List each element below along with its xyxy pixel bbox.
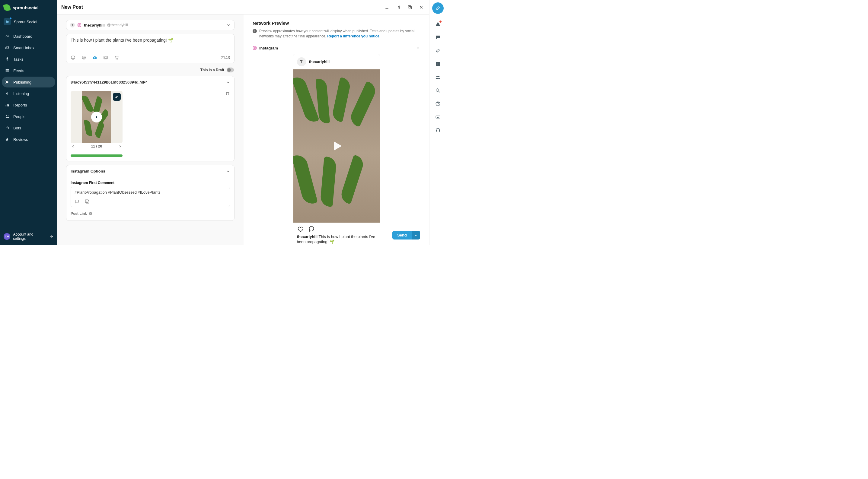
cart-icon[interactable] <box>114 55 119 60</box>
workspace-label: Sprout Social <box>14 20 37 24</box>
chevron-up-icon <box>226 169 230 173</box>
svg-point-24 <box>256 47 256 47</box>
instagram-options-section: Instagram Options Instagram First Commen… <box>66 165 235 221</box>
feeds-icon <box>5 68 10 73</box>
instagram-icon <box>253 46 257 50</box>
svg-rect-5 <box>6 127 8 129</box>
prev-frame-button[interactable] <box>71 145 75 148</box>
close-button[interactable] <box>418 4 425 11</box>
send-icon <box>5 79 10 85</box>
dashboard-icon <box>5 34 10 39</box>
gif-icon[interactable] <box>103 55 108 60</box>
profile-avatar: T <box>70 23 75 27</box>
first-comment-box: #PlantPropagation #PlantObsessed #ILoveP… <box>71 187 230 207</box>
sidebar-item-reports[interactable]: Reports <box>2 100 55 110</box>
search-button[interactable] <box>432 85 444 97</box>
copy-button[interactable] <box>406 4 413 11</box>
sidebar-item-people[interactable]: People <box>2 111 55 122</box>
svg-point-11 <box>71 56 75 59</box>
preview-notice: i Preview approximates how your content … <box>253 29 420 39</box>
media-pager: 11 / 20 <box>71 144 123 149</box>
edit-thumbnail-button[interactable] <box>113 93 121 101</box>
chevron-down-icon <box>226 23 230 27</box>
add-asset-icon[interactable] <box>85 199 90 204</box>
sidebar-item-listening[interactable]: Listening <box>2 88 55 99</box>
svg-point-4 <box>7 116 8 117</box>
columns: T thecarlyhill @thecarlyhill This is how… <box>57 14 429 245</box>
draft-toggle[interactable] <box>227 68 234 72</box>
ig-options-header[interactable]: Instagram Options <box>66 165 234 177</box>
frame-indicator: 11 / 20 <box>91 144 102 149</box>
people-icon <box>5 114 10 119</box>
network-header[interactable]: Instagram <box>253 42 420 54</box>
sidebar-item-label: People <box>13 114 25 119</box>
media-header[interactable]: 84ac95f53f7441129b61bfc03256394d.MP4 <box>66 76 234 88</box>
pin-icon <box>5 57 10 62</box>
comment-icon[interactable] <box>74 199 80 204</box>
compose-fab[interactable] <box>432 2 444 14</box>
next-frame-button[interactable] <box>118 145 122 148</box>
sidebar-item-label: Reviews <box>13 137 28 142</box>
instagram-icon <box>77 23 82 27</box>
minimize-button[interactable] <box>383 4 391 11</box>
link-button[interactable] <box>432 45 444 57</box>
instagram-preview-card: T thecarlyhill <box>293 54 380 245</box>
target-icon[interactable] <box>82 55 86 60</box>
emoji-icon[interactable] <box>71 55 75 60</box>
svg-point-23 <box>254 47 256 49</box>
team-button[interactable] <box>432 71 444 83</box>
sidebar-item-label: Tasks <box>13 57 23 62</box>
caption-user: thecarlyhill <box>297 234 318 239</box>
first-comment-input[interactable]: #PlantPropagation #PlantObsessed #ILoveP… <box>74 190 226 196</box>
keyboard-button[interactable] <box>432 111 444 123</box>
info-icon[interactable] <box>89 212 92 215</box>
profile-handle: @thecarlyhill <box>107 23 128 27</box>
messages-button[interactable] <box>432 31 444 43</box>
workspace-selector[interactable]: Sprout Social <box>0 15 57 31</box>
svg-rect-30 <box>436 116 440 118</box>
support-button[interactable] <box>432 124 444 136</box>
sidebar-item-publishing[interactable]: Publishing <box>2 76 55 88</box>
video-thumbnail[interactable] <box>71 91 123 143</box>
sidebar-item-reviews[interactable]: Reviews <box>2 134 55 145</box>
chevron-up-icon <box>416 46 420 50</box>
header: New Post <box>57 0 429 14</box>
sidebar-item-bots[interactable]: Bots <box>2 123 55 133</box>
report-link[interactable]: Report a difference you notice. <box>327 34 380 38</box>
sidebar-item-label: Smart Inbox <box>13 45 34 50</box>
logo: sproutsocial <box>0 0 57 15</box>
footer-label: Account and settings <box>13 232 46 241</box>
svg-rect-0 <box>6 105 6 106</box>
send-dropdown-button[interactable] <box>412 231 420 240</box>
account-settings[interactable]: CH Account and settings <box>0 228 57 245</box>
sidebar-item-tasks[interactable]: Tasks <box>2 54 55 65</box>
svg-point-15 <box>94 57 95 59</box>
alerts-button[interactable] <box>432 18 444 30</box>
help-button[interactable] <box>432 98 444 110</box>
heart-icon <box>297 226 304 232</box>
caption-input[interactable]: This is how I plant the plants I've been… <box>71 38 230 53</box>
logo-leaf-icon <box>3 4 10 11</box>
sidebar-item-smart-inbox[interactable]: Smart Inbox <box>2 42 55 53</box>
play-icon <box>330 139 343 153</box>
add-content-button[interactable] <box>432 58 444 70</box>
sidebar-item-feeds[interactable]: Feeds <box>2 65 55 76</box>
send-button[interactable]: Send <box>392 231 412 240</box>
svg-point-10 <box>80 24 81 24</box>
sidebar-item-dashboard[interactable]: Dashboard <box>2 31 55 42</box>
sidebar: sproutsocial Sprout Social Dashboard Sma… <box>0 0 57 245</box>
compose-column: T thecarlyhill @thecarlyhill This is how… <box>57 14 244 245</box>
profile-selector[interactable]: T thecarlyhill @thecarlyhill <box>66 20 235 30</box>
svg-rect-2 <box>8 104 9 106</box>
right-rail <box>429 0 446 245</box>
preview-avatar: T <box>297 57 306 66</box>
preview-username: thecarlyhill <box>309 59 330 64</box>
profile-name: thecarlyhill <box>84 23 105 27</box>
camera-icon[interactable] <box>92 55 97 60</box>
svg-rect-17 <box>104 57 107 58</box>
dock-right-button[interactable] <box>395 4 402 11</box>
logo-text: sproutsocial <box>13 5 39 10</box>
svg-point-27 <box>438 76 439 77</box>
delete-media-button[interactable] <box>225 91 230 96</box>
sidebar-item-label: Feeds <box>13 68 24 73</box>
